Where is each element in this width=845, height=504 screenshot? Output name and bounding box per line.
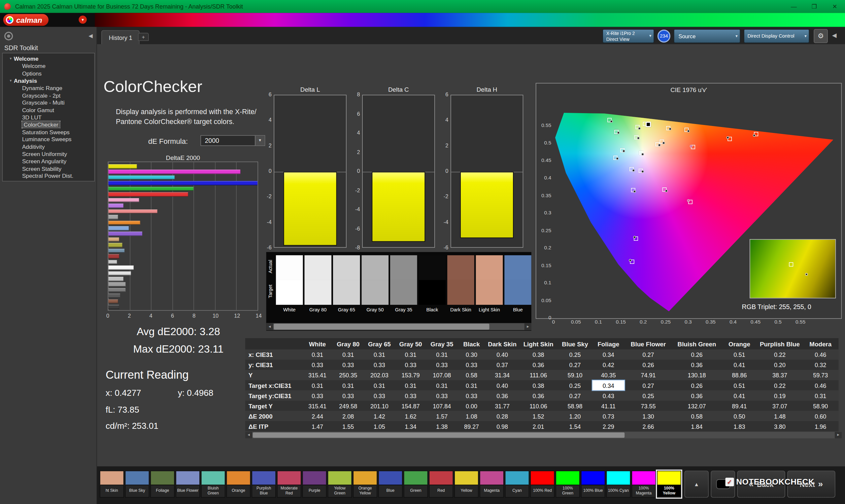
patch-button-purplish-blue[interactable]: Purplish Blue: [251, 471, 276, 498]
sidebar-item-screen-uniformity[interactable]: Screen Uniformity: [3, 150, 94, 157]
axis-tick-label: -4: [349, 206, 360, 212]
patch-button-blue-flower[interactable]: Blue Flower: [176, 471, 200, 498]
sidebar-item-luminance-sweeps[interactable]: Luminance Sweeps: [3, 136, 94, 143]
sidebar-item-additivity[interactable]: Additivity: [3, 143, 94, 150]
patch-button-ht-skin[interactable]: ht Skin: [100, 471, 124, 498]
patch-button-yellow-green[interactable]: Yellow Green: [328, 471, 352, 498]
patch-button-100-green[interactable]: 100% Green: [556, 471, 580, 498]
de-formula-dropdown[interactable]: 2000 ▼: [200, 135, 265, 146]
sidebar-item-grayscale-multi[interactable]: Grayscale - Multi: [3, 99, 94, 106]
scrollbar-thumb[interactable]: [253, 432, 625, 438]
sidebar-item-screen-angularity[interactable]: Screen Angularity: [3, 157, 94, 165]
patch-button-100-blue[interactable]: 100% Blue: [581, 471, 605, 498]
de-bar: [108, 181, 258, 185]
patch-button-orange[interactable]: Orange: [226, 471, 250, 498]
calman-logo[interactable]: calman: [3, 14, 49, 26]
color-swatch: [556, 471, 579, 485]
maximize-button[interactable]: ❒: [804, 0, 825, 13]
tree-item-label: Grayscale - Multi: [22, 99, 65, 106]
patch-button-red[interactable]: Red: [429, 471, 453, 498]
scroll-up-button[interactable]: ▲: [684, 471, 708, 498]
sidebar-item-screen-stability[interactable]: Screen Stability: [3, 165, 94, 172]
table-cell: 0.51: [722, 380, 757, 391]
close-button[interactable]: ✕: [825, 0, 845, 13]
patch-button-moderate-red[interactable]: Moderate Red: [277, 471, 301, 498]
workflow-mode-button[interactable]: [4, 32, 13, 40]
scrollbar-thumb[interactable]: [274, 324, 489, 329]
tree-item-label: Dynamic Range: [22, 85, 63, 91]
add-tab-button[interactable]: +: [138, 33, 149, 41]
pattern-window-button[interactable]: [711, 471, 735, 498]
logo-menu-button[interactable]: ▼: [78, 16, 87, 23]
meter-selector-button[interactable]: X-Rite i1Pro 2 Direct View ▼: [602, 29, 654, 43]
sidebar-item-grayscale-2pt[interactable]: Grayscale - 2pt: [3, 91, 94, 98]
minimize-button[interactable]: —: [784, 0, 804, 13]
axis-tick-label: 4: [149, 313, 153, 319]
row-label: Target x:CIE31: [245, 380, 302, 391]
patch-button-blue-sky[interactable]: Blue Sky: [125, 471, 149, 498]
scroll-left-icon[interactable]: ◂: [266, 323, 273, 330]
right-panel-collapse-button[interactable]: ◀: [832, 32, 837, 39]
table-cell: 0.33: [426, 391, 457, 401]
sidebar-item-saturation-sweeps[interactable]: Saturation Sweeps: [3, 128, 94, 135]
row-label: Target y:CIE31: [245, 391, 302, 401]
de-bar: [108, 215, 118, 219]
table-scrollbar[interactable]: ◂ ▸: [245, 432, 842, 438]
axis-tick-label: 0.2: [635, 319, 651, 325]
sidebar-item-welcome[interactable]: Welcome: [3, 62, 94, 70]
patch-button-100-magenta[interactable]: 100% Magenta: [631, 471, 655, 498]
patch-button-cyan[interactable]: Cyan: [505, 471, 529, 498]
sidebar-item-welcome[interactable]: ▾Welcome: [3, 55, 94, 62]
column-header-white: White: [302, 338, 332, 349]
sidebar-item-analysis[interactable]: ▾Analysis: [3, 77, 94, 84]
table-cell: 0.33: [457, 360, 486, 370]
brand-bar: calman ▼: [0, 13, 845, 27]
de-bar: [108, 198, 139, 202]
back-button[interactable]: « Back: [737, 471, 785, 498]
next-button[interactable]: Next »: [787, 471, 835, 498]
column-header-blue-flower: Blue Flower: [624, 338, 672, 349]
table-cell: 0.38: [519, 349, 558, 360]
sidebar-item-spectral-power-dist[interactable]: Spectral Power Dist.: [3, 172, 94, 179]
settings-gear-button[interactable]: ⚙: [814, 29, 828, 43]
sidebar-item-color-gamut[interactable]: Color Gamut: [3, 106, 94, 113]
column-header-orange: Orange: [722, 338, 757, 349]
scroll-right-icon[interactable]: ▸: [525, 323, 531, 330]
patch-button-blue[interactable]: Blue: [378, 471, 402, 498]
tab-history-1[interactable]: History 1: [101, 30, 140, 44]
table-cell: 0.73: [592, 411, 624, 421]
de-bar: [108, 277, 123, 281]
patch-swatch-black: [419, 255, 446, 305]
patch-button-100-cyan[interactable]: 100% Cyan: [606, 471, 631, 498]
patch-strip-scrollbar[interactable]: ◂ ▸: [266, 323, 531, 330]
table-cell: 1.83: [722, 421, 757, 431]
current-reading-title: Current Reading: [106, 368, 189, 381]
sidebar-collapse-button[interactable]: ◀: [88, 33, 93, 39]
target-row-label: Target: [268, 280, 273, 303]
rgb-triplet-inset: [750, 239, 836, 299]
sidebar-item-colorchecker[interactable]: ColorChecker: [3, 121, 94, 128]
patch-button-green[interactable]: Green: [404, 471, 428, 498]
de-bar: [108, 254, 119, 258]
axis-tick-label: 0: [438, 168, 448, 174]
patch-button-100-yellow[interactable]: 100% Yellow: [657, 471, 681, 498]
sidebar-item-3d-lut[interactable]: 3D LUT: [3, 113, 94, 121]
patch-button-yellow[interactable]: Yellow: [454, 471, 478, 498]
patch-button-purple[interactable]: Purple: [302, 471, 327, 498]
patch-button-orange-yellow[interactable]: Orange Yellow: [353, 471, 377, 498]
table-row-target-y-cie31: Target y:CIE310.330.330.330.330.330.330.…: [245, 391, 839, 401]
patch-button-magenta[interactable]: Magenta: [480, 471, 504, 498]
scroll-left-icon[interactable]: ◂: [245, 432, 252, 438]
patch-button-foliage[interactable]: Foliage: [151, 471, 175, 498]
sidebar-item-options[interactable]: Options: [3, 70, 94, 77]
patch-button-100-red[interactable]: 100% Red: [530, 471, 554, 498]
tree-item-label: Screen Stability: [22, 165, 61, 172]
back-icon: «: [749, 479, 754, 489]
source-selector-button[interactable]: Source ▼: [674, 29, 740, 43]
table-cell: 38.37: [757, 370, 803, 380]
table-cell: 1.96: [803, 421, 839, 431]
scroll-right-icon[interactable]: ▸: [835, 432, 842, 438]
patch-button-bluish-green[interactable]: Bluish Green: [201, 471, 225, 498]
display-control-button[interactable]: Direct Display Control ▼: [744, 29, 809, 43]
sidebar-item-dynamic-range[interactable]: Dynamic Range: [3, 84, 94, 91]
